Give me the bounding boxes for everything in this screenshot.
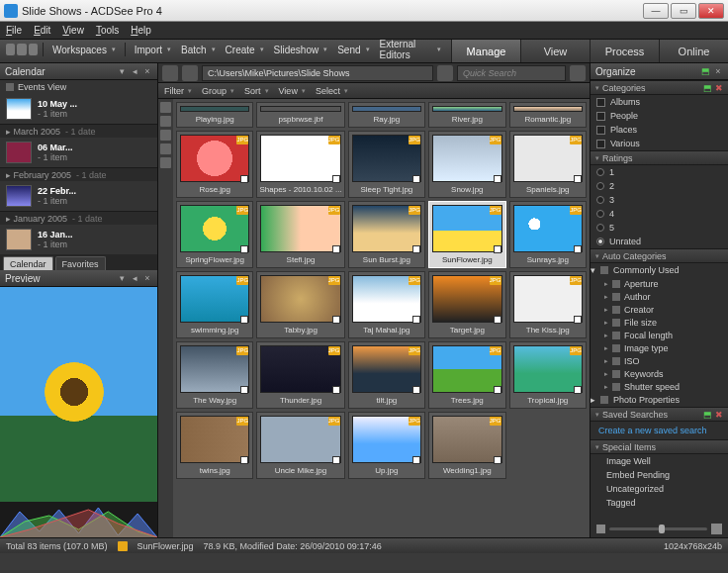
thumbnail[interactable]: River.jpg (428, 102, 505, 128)
fwd-icon[interactable] (17, 44, 26, 55)
section-categories[interactable]: ▾Categories⬒ ✖ (591, 80, 728, 95)
calendar-month[interactable]: ▸ January 2005 - 1 date (0, 211, 157, 225)
radio-icon[interactable] (596, 196, 604, 204)
thumb-checkbox[interactable] (494, 245, 501, 253)
tree-item[interactable]: ▸Author (591, 290, 728, 303)
thumbnail[interactable]: Sleep Tight.jpgJPG (348, 131, 425, 198)
up-icon[interactable] (29, 44, 38, 55)
toolbar-import[interactable]: Import▾ (131, 42, 175, 57)
filter-sort[interactable]: Sort (244, 86, 261, 96)
toolbar-external-editors[interactable]: External Editors▾ (376, 42, 445, 57)
checkbox-icon[interactable] (596, 140, 605, 148)
thumbnail[interactable]: Tropical.jpgJPG (509, 341, 587, 409)
grid-tool-icon[interactable] (160, 130, 171, 141)
calendar-month[interactable]: ▸ March 2005 - 1 date (0, 124, 157, 138)
tree-item[interactable]: ▸Keywords (591, 367, 728, 380)
thumb-checkbox[interactable] (494, 175, 501, 183)
tree-item[interactable]: ▸Image type (591, 341, 728, 354)
radio-icon[interactable] (596, 168, 604, 176)
panel-menu-icon[interactable]: ▾ (117, 66, 127, 76)
mode-tab-online[interactable]: Online (659, 40, 728, 62)
section-special-items[interactable]: ▾Special Items (591, 439, 728, 454)
section-saved-searches[interactable]: ▾Saved Searches⬒ ✖ (591, 407, 728, 422)
size-large-icon[interactable] (711, 524, 722, 534)
grid-tool-icon[interactable] (160, 116, 171, 127)
toolbar-batch[interactable]: Batch▾ (177, 42, 220, 57)
thumbnail[interactable]: Target.jpgJPG (428, 271, 505, 338)
thumbnail[interactable]: swimming.jpgJPG (176, 271, 253, 338)
radio-icon[interactable] (596, 210, 604, 218)
thumbnail[interactable]: pspbrwse.jbf (256, 102, 344, 128)
special-item[interactable]: Embed Pending (591, 468, 728, 482)
thumb-checkbox[interactable] (574, 386, 582, 394)
panel-hide-icon[interactable]: ◂ (130, 273, 139, 283)
thumb-checkbox[interactable] (332, 316, 340, 324)
special-item[interactable]: Image Well (591, 454, 728, 468)
add-icon[interactable]: ⬒ (700, 66, 710, 76)
thumb-checkbox[interactable] (240, 245, 248, 253)
thumbnail[interactable]: Ray.jpg (348, 102, 425, 128)
left-tab-calendar[interactable]: Calendar (3, 256, 53, 270)
thumb-checkbox[interactable] (494, 316, 501, 324)
thumbnail[interactable]: Sun Burst.jpgJPG (348, 201, 425, 268)
menu-file[interactable]: File (6, 25, 22, 36)
radio-icon[interactable] (596, 182, 604, 190)
checkbox-icon[interactable] (596, 98, 605, 107)
thumb-checkbox[interactable] (412, 245, 420, 253)
radio-icon[interactable] (596, 238, 604, 245)
mode-tab-manage[interactable]: Manage (451, 40, 520, 62)
grid-tool-icon[interactable] (160, 157, 171, 168)
thumb-checkbox[interactable] (494, 386, 501, 394)
section-ratings[interactable]: ▾Ratings (591, 150, 728, 165)
checkbox-icon[interactable] (596, 126, 605, 135)
special-item[interactable]: Tagged (591, 496, 728, 510)
thumb-checkbox[interactable] (412, 386, 420, 394)
toolbar-create[interactable]: Create▾ (222, 42, 268, 57)
calendar-day[interactable]: 06 Mar...- 1 item (0, 138, 157, 167)
thumbnail[interactable]: Spaniels.jpgJPG (509, 131, 587, 198)
thumbnail[interactable]: Stefi.jpgJPG (256, 201, 344, 268)
path-dropdown-icon[interactable] (437, 65, 453, 81)
thumbnail[interactable]: Playing.jpg (176, 102, 253, 128)
thumb-checkbox[interactable] (574, 245, 582, 253)
category-item[interactable]: Places (591, 123, 728, 137)
search-input[interactable]: Quick Search (457, 65, 566, 81)
grid-tool-icon[interactable] (160, 143, 171, 154)
thumbnail[interactable]: Snow.jpgJPG (428, 131, 505, 198)
rating-item[interactable]: 1 (591, 165, 728, 179)
thumbnail[interactable]: tilt.jpgJPG (348, 341, 425, 409)
category-item[interactable]: Albums (591, 95, 728, 109)
filter-filter[interactable]: Filter (164, 86, 184, 96)
thumb-checkbox[interactable] (240, 456, 248, 464)
menu-help[interactable]: Help (131, 25, 151, 36)
tree-item[interactable]: ▸Aperture (591, 277, 728, 290)
mode-tab-process[interactable]: Process (590, 40, 659, 62)
thumbnail[interactable]: The Kiss.jpgJPG (509, 271, 587, 338)
menu-view[interactable]: View (62, 25, 84, 36)
photo-properties[interactable]: ▸Photo Properties (591, 393, 728, 407)
thumb-checkbox[interactable] (332, 175, 340, 183)
thumb-checkbox[interactable] (332, 386, 340, 394)
filter-view[interactable]: View (279, 86, 298, 96)
new-search-link[interactable]: Create a new saved search (591, 422, 728, 439)
thumb-checkbox[interactable] (574, 316, 582, 324)
left-tab-favorites[interactable]: Favorites (55, 256, 106, 270)
back-icon[interactable] (162, 65, 178, 81)
panel-hide-icon[interactable]: ◂ (130, 66, 139, 76)
special-item[interactable]: Uncategorized (591, 482, 728, 496)
rating-item[interactable]: 4 (591, 207, 728, 221)
thumb-size-slider[interactable] (609, 527, 707, 530)
toolbar-workspaces[interactable]: Workspaces▾ (48, 42, 120, 57)
rating-item[interactable]: 5 (591, 221, 728, 235)
radio-icon[interactable] (596, 224, 604, 232)
section-auto-categories[interactable]: ▾Auto Categories (591, 248, 728, 263)
filter-group[interactable]: Group (202, 86, 227, 96)
thumbnail[interactable]: twins.jpgJPG (176, 412, 253, 479)
thumbnail[interactable]: Thunder.jpgJPG (256, 341, 344, 409)
calendar-month[interactable]: ▸ February 2005 - 1 date (0, 167, 157, 181)
checkbox-icon[interactable] (596, 112, 605, 121)
grid-tool-icon[interactable] (160, 102, 171, 113)
thumbnail[interactable]: Tabby.jpgJPG (256, 271, 344, 338)
minimize-button[interactable]: — (643, 3, 669, 19)
thumbnail[interactable]: SunFlower.jpgJPG (428, 201, 505, 268)
